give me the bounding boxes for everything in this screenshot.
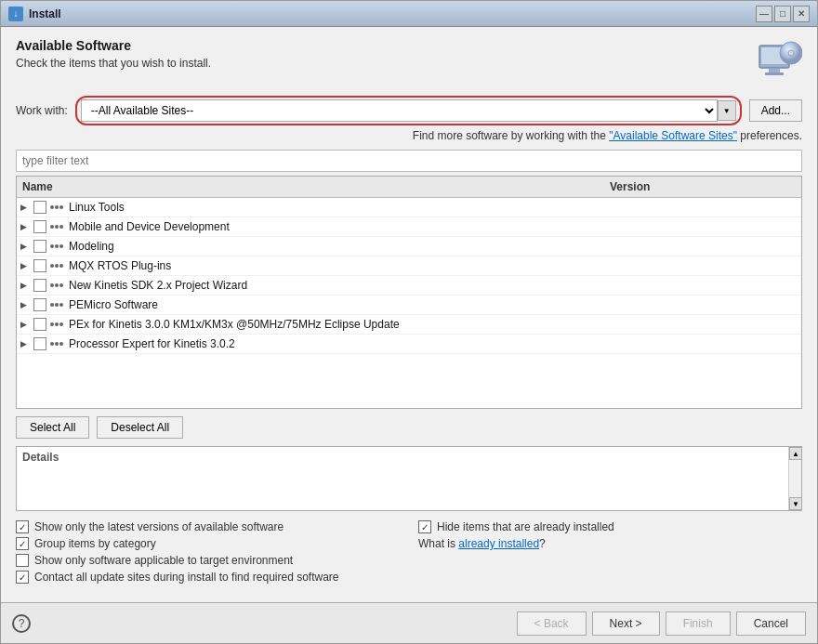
option-row-1: Show only the latest versions of availab… (16, 520, 400, 533)
expand-arrow-icon[interactable]: ▶ (20, 203, 33, 212)
list-item[interactable]: ▶ MQX RTOS Plug-ins (17, 256, 801, 276)
header-icon-area (756, 38, 802, 85)
minimize-button[interactable]: — (756, 6, 772, 22)
item-checkbox[interactable] (33, 259, 46, 272)
item-checkbox[interactable] (33, 279, 46, 292)
item-icon (50, 201, 65, 214)
main-content: Available Software Check the items that … (1, 27, 817, 602)
svg-rect-3 (765, 72, 784, 75)
select-deselect-row: Select All Deselect All (16, 416, 802, 439)
option-checkbox-2[interactable] (418, 520, 431, 533)
header-section: Available Software Check the items that … (16, 38, 802, 85)
help-icon[interactable]: ? (12, 614, 31, 633)
already-installed-link[interactable]: already installed (458, 537, 539, 550)
details-label: Details (22, 451, 796, 464)
option-label-2: Hide items that are already installed (437, 520, 614, 533)
details-panel: Details ▲ ▼ (16, 446, 802, 511)
find-more-text: Find more software by working with the (413, 129, 609, 142)
list-header: Name Version (17, 177, 801, 198)
item-label: Mobile and Device Development (69, 220, 798, 233)
item-icon (50, 279, 65, 292)
option-row-4: What is already installed? (418, 537, 802, 550)
option-checkbox-1[interactable] (16, 520, 29, 533)
list-item[interactable]: ▶ Linux Tools (17, 198, 801, 217)
option-row-6: Contact all update sites during install … (16, 571, 400, 584)
list-item[interactable]: ▶ Modeling (17, 237, 801, 256)
back-button[interactable]: < Back (517, 611, 587, 636)
maximize-button[interactable]: □ (774, 6, 791, 22)
expand-arrow-icon[interactable]: ▶ (20, 320, 33, 329)
item-icon (50, 318, 65, 331)
expand-arrow-icon[interactable]: ▶ (20, 300, 33, 309)
close-button[interactable]: ✕ (793, 6, 810, 22)
option-label-5: Show only software applicable to target … (34, 554, 293, 567)
main-window: ↓ Install — □ ✕ Available Software Check… (0, 0, 818, 644)
find-more-row: Find more software by working with the "… (16, 129, 802, 142)
option-checkbox-3[interactable] (16, 537, 29, 550)
option-checkbox-5[interactable] (16, 554, 29, 567)
list-item[interactable]: ▶ Processor Expert for Kinetis 3.0.2 (17, 335, 801, 354)
list-item[interactable]: ▶ PEMicro Software (17, 296, 801, 315)
item-icon (50, 298, 65, 311)
select-all-button[interactable]: Select All (16, 416, 89, 439)
deselect-all-button[interactable]: Deselect All (97, 416, 183, 439)
item-checkbox[interactable] (33, 337, 46, 350)
filter-input[interactable] (16, 150, 802, 172)
page-subtitle: Check the items that you wish to install… (16, 57, 211, 70)
add-button[interactable]: Add... (749, 99, 802, 122)
svg-rect-2 (769, 69, 780, 72)
item-label: PEMicro Software (69, 298, 798, 311)
item-label: New Kinetis SDK 2.x Project Wizard (69, 279, 798, 292)
item-icon (50, 259, 65, 272)
list-item[interactable]: ▶ PEx for Kinetis 3.0.0 KM1x/KM3x @50MHz… (17, 315, 801, 335)
option-row-5: Show only software applicable to target … (16, 554, 400, 567)
item-checkbox[interactable] (33, 298, 46, 311)
item-checkbox[interactable] (33, 318, 46, 331)
item-label: MQX RTOS Plug-ins (69, 259, 798, 272)
option-label-6: Contact all update sites during install … (34, 571, 339, 584)
list-body[interactable]: ▶ Linux Tools ▶ Mobile and Device Develo… (17, 198, 801, 408)
item-label: PEx for Kinetis 3.0.0 KM1x/KM3x @50MHz/7… (69, 318, 798, 331)
list-item[interactable]: ▶ Mobile and Device Development (17, 217, 801, 237)
item-label: Processor Expert for Kinetis 3.0.2 (69, 337, 798, 350)
svg-point-5 (788, 50, 794, 56)
title-bar: ↓ Install — □ ✕ (1, 1, 817, 27)
next-button[interactable]: Next > (592, 611, 660, 636)
bottom-buttons: < Back Next > Finish Cancel (517, 611, 806, 636)
available-software-sites-link[interactable]: "Available Software Sites" (609, 129, 737, 142)
details-scroll-up[interactable]: ▲ (789, 447, 802, 460)
window-controls: — □ ✕ (756, 6, 810, 22)
cancel-button[interactable]: Cancel (736, 611, 806, 636)
list-item[interactable]: ▶ New Kinetis SDK 2.x Project Wizard (17, 276, 801, 296)
col-name-header: Name (22, 180, 610, 193)
dropdown-arrow-icon[interactable]: ▼ (718, 100, 736, 121)
window-icon: ↓ (8, 7, 23, 21)
col-version-header: Version (610, 180, 796, 193)
work-with-combo: --All Available Sites-- ▼ (75, 96, 742, 125)
expand-arrow-icon[interactable]: ▶ (20, 281, 33, 290)
header-left: Available Software Check the items that … (16, 38, 211, 70)
work-with-row: Work with: --All Available Sites-- ▼ Add… (16, 96, 802, 125)
option-row-3: Group items by category (16, 537, 400, 550)
expand-arrow-icon[interactable]: ▶ (20, 222, 33, 231)
item-icon (50, 220, 65, 233)
software-list-container: Name Version ▶ Linux Tools ▶ Mobile a (16, 176, 802, 409)
item-label: Linux Tools (69, 201, 798, 214)
install-icon (756, 38, 802, 85)
work-with-select[interactable]: --All Available Sites-- (81, 99, 718, 122)
finish-button[interactable]: Finish (666, 611, 731, 636)
item-checkbox[interactable] (33, 220, 46, 233)
details-scrollbar: ▲ ▼ (788, 447, 801, 510)
option-row-2: Hide items that are already installed (418, 520, 802, 533)
option-label-1: Show only the latest versions of availab… (34, 520, 284, 533)
expand-arrow-icon[interactable]: ▶ (20, 242, 33, 251)
details-scroll-down[interactable]: ▼ (789, 497, 802, 510)
option-label-4: What is already installed? (418, 537, 546, 550)
option-checkbox-6[interactable] (16, 571, 29, 584)
options-section: Show only the latest versions of availab… (16, 520, 802, 584)
expand-arrow-icon[interactable]: ▶ (20, 261, 33, 270)
expand-arrow-icon[interactable]: ▶ (20, 339, 33, 348)
window-title: Install (29, 7, 750, 20)
item-checkbox[interactable] (33, 240, 46, 253)
item-checkbox[interactable] (33, 201, 46, 214)
